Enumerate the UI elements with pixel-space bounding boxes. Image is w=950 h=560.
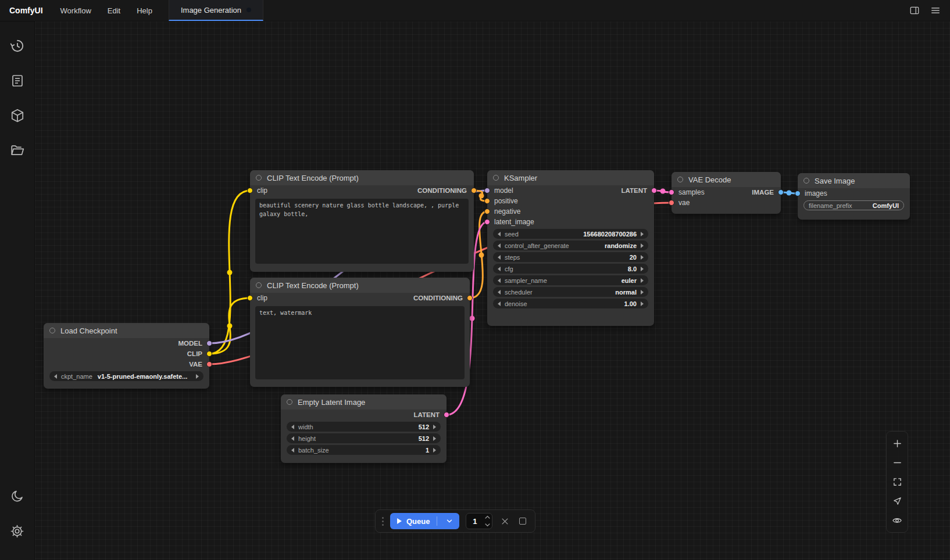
widget-right-arrow-icon[interactable] [641, 267, 644, 271]
input-dot-clip[interactable] [247, 188, 253, 193]
widget-right-arrow-icon[interactable] [641, 290, 644, 295]
node-header[interactable]: CLIP Text Encode (Prompt) [250, 278, 470, 293]
clear-queue-button[interactable] [499, 515, 510, 527]
widget-batch-size[interactable]: batch_size 1 [287, 445, 441, 455]
widget-right-arrow-icon[interactable] [641, 278, 644, 283]
widget-left-arrow-icon[interactable] [498, 255, 501, 260]
fit-view-button[interactable] [887, 472, 907, 491]
toggle-panel-icon[interactable] [908, 4, 921, 17]
prompt-textarea[interactable]: beautiful scenery nature glass bottle la… [255, 199, 469, 264]
output-dot-model[interactable] [206, 340, 212, 346]
node-ksampler[interactable]: KSampler model LATENT positive negative … [487, 170, 654, 326]
widget-right-arrow-icon[interactable] [433, 436, 436, 441]
queue-options-dropdown[interactable] [442, 517, 457, 525]
widget-left-arrow-icon[interactable] [498, 232, 501, 236]
widget-right-arrow-icon[interactable] [433, 448, 436, 453]
input-dot-vae[interactable] [669, 200, 674, 206]
node-header[interactable]: VAE Decode [672, 172, 781, 187]
menu-help[interactable]: Help [128, 0, 160, 21]
collapse-dot[interactable] [49, 328, 55, 333]
sidebar-item-history[interactable] [5, 32, 30, 60]
collapse-dot[interactable] [493, 175, 499, 181]
hamburger-menu-icon[interactable] [929, 4, 942, 17]
collapse-dot[interactable] [287, 399, 292, 405]
collapse-dot[interactable] [677, 177, 683, 182]
theme-toggle-button[interactable] [5, 482, 30, 510]
widget-sampler-name[interactable]: sampler_name euler [493, 275, 648, 285]
output-dot-latent[interactable] [444, 412, 449, 418]
node-header[interactable]: Save Image [798, 173, 910, 188]
node-header[interactable]: KSampler [487, 170, 654, 185]
collapse-dot[interactable] [803, 178, 809, 184]
widget-seed[interactable]: seed 156680208700286 [493, 229, 648, 239]
widget-height[interactable]: height 512 [287, 433, 441, 443]
widget-left-arrow-icon[interactable] [498, 243, 501, 248]
output-dot-conditioning[interactable] [467, 295, 473, 301]
input-dot-samples[interactable] [669, 189, 674, 195]
sidebar-item-workflows[interactable] [5, 137, 30, 164]
widget-left-arrow-icon[interactable] [498, 267, 501, 271]
widget-left-arrow-icon[interactable] [498, 278, 501, 283]
output-dot-conditioning[interactable] [471, 188, 477, 193]
node-header[interactable]: Empty Latent Image [281, 394, 447, 410]
node-clip-text-encode-negative[interactable]: CLIP Text Encode (Prompt) clip CONDITION… [250, 278, 470, 387]
widget-left-arrow-icon[interactable] [291, 436, 294, 441]
output-dot-clip[interactable] [206, 351, 212, 357]
widget-right-arrow-icon[interactable] [641, 232, 644, 236]
batch-count-input[interactable]: 1 [466, 513, 492, 529]
increment-button[interactable] [483, 514, 492, 521]
widget-steps[interactable]: steps 20 [493, 252, 648, 262]
widget-left-arrow-icon[interactable] [291, 425, 294, 429]
widget-right-arrow-icon[interactable] [433, 425, 436, 429]
interrupt-button[interactable] [517, 515, 528, 527]
widget-right-arrow-icon[interactable] [641, 301, 644, 306]
input-dot-positive[interactable] [484, 198, 490, 204]
node-vae-decode[interactable]: VAE Decode samples IMAGE vae [672, 172, 781, 214]
widget-left-arrow-icon[interactable] [291, 448, 294, 453]
collapse-dot[interactable] [256, 282, 262, 288]
node-empty-latent-image[interactable]: Empty Latent Image LATENT width 512 heig… [281, 394, 447, 463]
widget-width[interactable]: width 512 [287, 422, 441, 432]
widget-left-arrow-icon[interactable] [54, 374, 57, 379]
prompt-textarea[interactable]: text, watermark [255, 306, 465, 379]
input-dot-latent-image[interactable] [484, 219, 490, 225]
decrement-button[interactable] [483, 521, 492, 529]
sidebar-item-model-library[interactable] [5, 102, 30, 130]
menu-edit[interactable]: Edit [99, 0, 128, 21]
output-dot-vae[interactable] [206, 361, 212, 367]
widget-left-arrow-icon[interactable] [498, 301, 501, 306]
output-dot-latent[interactable] [651, 188, 657, 193]
widget-cfg[interactable]: cfg 8.0 [493, 264, 648, 274]
node-header[interactable]: Load Checkpoint [44, 323, 209, 338]
collapse-dot[interactable] [256, 175, 262, 181]
output-dot-image[interactable] [778, 189, 784, 195]
widget-denoise[interactable]: denoise 1.00 [493, 299, 648, 308]
select-mode-button[interactable] [887, 491, 907, 511]
drag-handle[interactable] [382, 517, 384, 526]
node-load-checkpoint[interactable]: Load Checkpoint MODEL CLIP VAE ckpt_name… [44, 323, 209, 389]
zoom-in-button[interactable] [887, 434, 907, 453]
input-dot-images[interactable] [795, 191, 801, 196]
zoom-out-button[interactable] [887, 453, 907, 472]
widget-filename-prefix[interactable]: filename_prefix ComfyUI [803, 200, 904, 210]
widget-right-arrow-icon[interactable] [641, 243, 644, 248]
input-dot-model[interactable] [484, 188, 490, 193]
queue-button[interactable]: Queue [390, 513, 459, 529]
widget-left-arrow-icon[interactable] [498, 290, 501, 295]
node-save-image[interactable]: Save Image images filename_prefix ComfyU… [798, 173, 910, 220]
node-header[interactable]: CLIP Text Encode (Prompt) [250, 170, 474, 185]
input-dot-clip[interactable] [247, 295, 253, 301]
widget-scheduler[interactable]: scheduler normal [493, 287, 648, 297]
widget-control-after-generate[interactable]: control_after_generate randomize [493, 240, 648, 250]
node-graph-canvas[interactable]: Load Checkpoint MODEL CLIP VAE ckpt_name… [35, 21, 950, 560]
node-clip-text-encode-positive[interactable]: CLIP Text Encode (Prompt) clip CONDITION… [250, 170, 474, 272]
settings-button[interactable] [5, 517, 30, 545]
sidebar-item-node-library[interactable] [5, 67, 30, 95]
workflow-tab[interactable]: Image Generation [169, 0, 263, 21]
widget-right-arrow-icon[interactable] [196, 374, 199, 379]
input-dot-negative[interactable] [484, 209, 490, 214]
menu-workflow[interactable]: Workflow [52, 0, 99, 21]
toggle-link-visibility-button[interactable] [887, 511, 907, 530]
widget-ckpt-name[interactable]: ckpt_name v1-5-pruned-emaonly.safete... [49, 371, 203, 381]
widget-right-arrow-icon[interactable] [641, 255, 644, 260]
